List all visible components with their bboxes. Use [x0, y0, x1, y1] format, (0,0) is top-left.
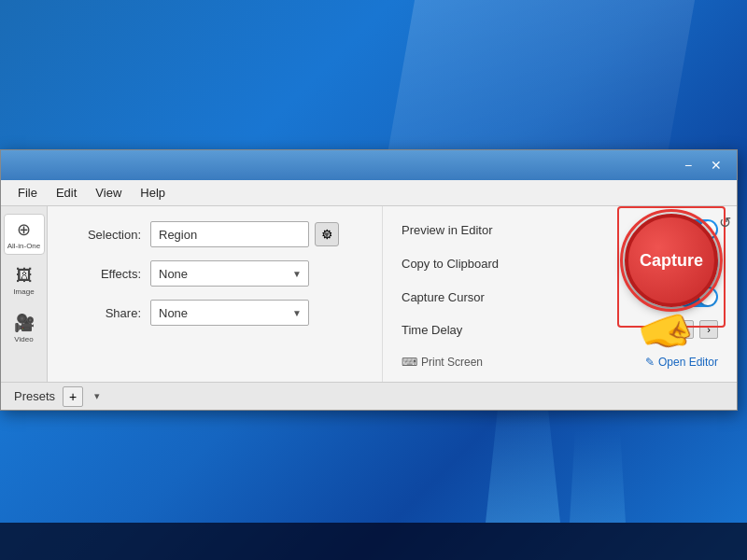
video-icon: 🎥: [14, 313, 35, 333]
effects-row: Effects: None Drop Shadow Torn Edge ▼: [66, 260, 363, 287]
reset-button[interactable]: ↺: [719, 214, 731, 231]
menu-bar: File Edit View Help: [1, 180, 737, 206]
selection-settings-button[interactable]: ⚙: [315, 222, 339, 246]
capture-button[interactable]: Capture: [625, 214, 718, 307]
menu-file[interactable]: File: [8, 182, 47, 203]
all-in-one-icon: ⊕: [17, 219, 31, 240]
sidebar: ⊕ All-in-One 🖼 Image 🎥 Video: [1, 206, 48, 382]
capture-cursor-label: Capture Cursor: [402, 290, 485, 304]
effects-dropdown[interactable]: None Drop Shadow Torn Edge: [150, 260, 309, 287]
sidebar-btn-all-in-one[interactable]: ⊕ All-in-One: [4, 214, 45, 255]
time-delay-control: Off ‹ ›: [652, 320, 718, 339]
bottom-actions-row: ⌨ Print Screen ✎ Open Editor: [402, 352, 718, 369]
sidebar-label-video: Video: [14, 335, 33, 343]
time-delay-decrease-button[interactable]: ‹: [675, 320, 694, 339]
open-editor-label: Open Editor: [658, 356, 718, 369]
share-dropdown-wrapper: None Email FTP Twitter ▼: [150, 300, 309, 326]
share-row: Share: None Email FTP Twitter ▼: [66, 300, 363, 326]
menu-edit[interactable]: Edit: [47, 182, 86, 203]
title-bar: − ✕: [1, 150, 737, 180]
taskbar: [0, 523, 747, 560]
sidebar-btn-image[interactable]: 🖼 Image: [4, 260, 45, 301]
print-screen-label: ⌨ Print Screen: [402, 356, 483, 369]
close-button[interactable]: ✕: [703, 155, 729, 175]
minimize-button[interactable]: −: [675, 155, 701, 175]
presets-add-button[interactable]: +: [63, 386, 83, 407]
gear-icon: ⚙: [321, 227, 333, 242]
presets-bar: Presets + ▾: [1, 382, 737, 410]
share-label: Share:: [66, 306, 141, 320]
main-content: ⊕ All-in-One 🖼 Image 🎥 Video Selection: …: [1, 206, 737, 382]
app-window: − ✕ File Edit View Help ⊕ All-in-One 🖼 I…: [0, 149, 738, 411]
share-dropdown[interactable]: None Email FTP Twitter: [150, 300, 309, 326]
time-delay-row: Time Delay Off ‹ ›: [402, 320, 718, 339]
image-icon: 🖼: [16, 266, 33, 286]
time-delay-increase-button[interactable]: ›: [699, 320, 718, 339]
sidebar-label-image: Image: [13, 287, 34, 296]
open-editor-button[interactable]: ✎ Open Editor: [645, 356, 718, 369]
preview-in-editor-label: Preview in Editor: [402, 223, 493, 237]
title-bar-controls: − ✕: [675, 155, 729, 175]
presets-label: Presets: [14, 389, 55, 403]
selection-dropdown-wrapper: Region Full Screen Window Scrolling ▼ ⚙: [150, 221, 339, 247]
sidebar-btn-video[interactable]: 🎥 Video: [4, 307, 45, 348]
print-screen-text: Print Screen: [421, 356, 483, 369]
menu-help[interactable]: Help: [131, 182, 175, 203]
presets-dropdown-button[interactable]: ▾: [91, 388, 104, 404]
time-delay-value: Off: [652, 323, 669, 337]
selection-row: Selection: Region Full Screen Window Scr…: [66, 221, 363, 247]
selection-label: Selection:: [66, 228, 141, 242]
copy-to-clipboard-label: Copy to Clipboard: [402, 257, 499, 271]
selection-dropdown[interactable]: Region Full Screen Window Scrolling: [150, 221, 309, 247]
editor-icon: ✎: [645, 356, 655, 369]
time-delay-label: Time Delay: [402, 323, 462, 337]
effects-dropdown-wrapper: None Drop Shadow Torn Edge ▼: [150, 260, 309, 287]
options-panel: ↺ Preview in Editor Copy to Clipboard Ca…: [382, 206, 737, 382]
capture-button-label: Capture: [640, 251, 703, 271]
keyboard-icon: ⌨: [402, 356, 417, 369]
menu-view[interactable]: View: [86, 182, 131, 203]
controls-panel: Selection: Region Full Screen Window Scr…: [48, 206, 382, 382]
sidebar-label-all-in-one: All-in-One: [7, 242, 41, 250]
effects-label: Effects:: [66, 267, 141, 281]
plus-icon: +: [69, 389, 77, 404]
